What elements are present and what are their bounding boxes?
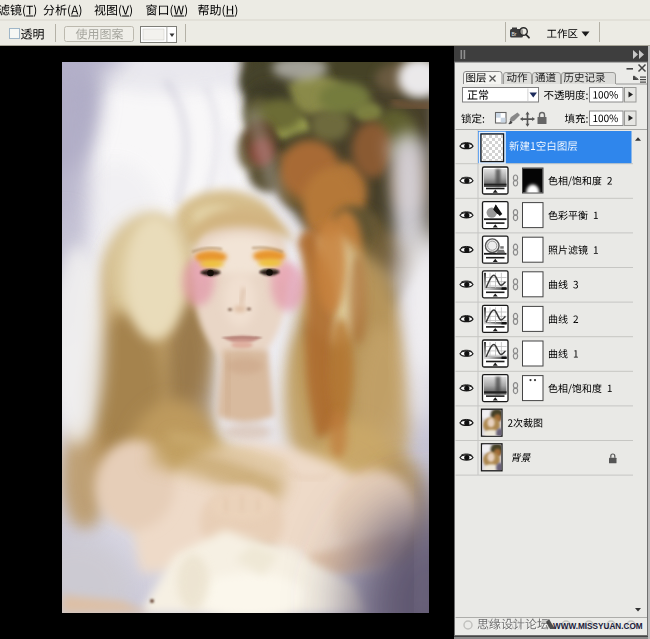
svg-text:Br: Br — [512, 31, 517, 37]
svg-text:WWW.MISSYUAN.COM: WWW.MISSYUAN.COM — [553, 622, 643, 631]
